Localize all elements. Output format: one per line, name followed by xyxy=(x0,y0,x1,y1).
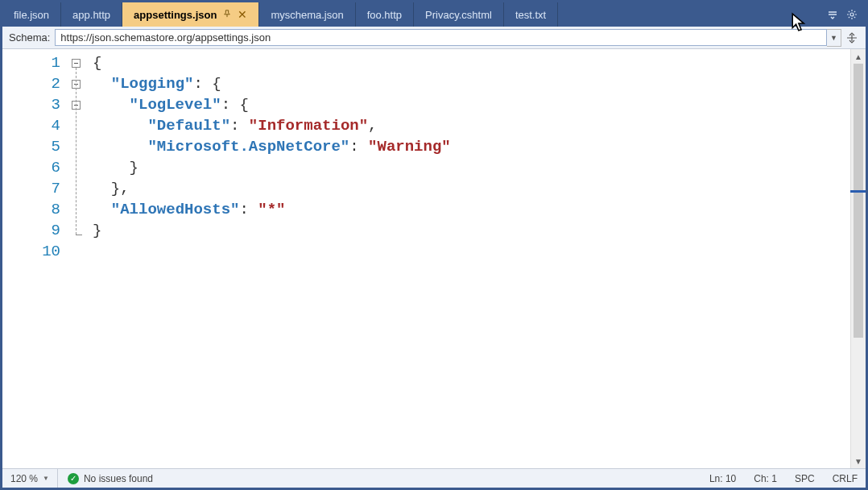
vertical-scrollbar[interactable]: ▲ ▼ xyxy=(850,49,866,468)
tab-test-txt[interactable]: test.txt xyxy=(504,2,558,27)
code-line: "LogLevel": { xyxy=(93,94,866,115)
fold-gutter xyxy=(67,49,93,468)
schema-label: Schema: xyxy=(9,31,50,44)
schema-bar: Schema: ▼ xyxy=(2,27,866,49)
tab-foo-http[interactable]: foo.http xyxy=(356,2,414,27)
code-line: { xyxy=(93,52,866,73)
line-number: 1 xyxy=(2,52,60,73)
tab-file-json[interactable]: file.json xyxy=(2,2,61,27)
fold-end-icon xyxy=(76,235,82,235)
cursor-line[interactable]: Ln: 10 xyxy=(709,473,736,484)
code-line: "Logging": { xyxy=(93,73,866,94)
schema-dropdown-icon[interactable]: ▼ xyxy=(827,29,841,47)
code-line: "Default": "Information", xyxy=(93,115,866,136)
code-line: }, xyxy=(93,178,866,199)
overflow-icon[interactable] xyxy=(827,9,838,20)
tab-label: file.json xyxy=(14,9,49,21)
line-number: 8 xyxy=(2,199,60,220)
chevron-down-icon: ▼ xyxy=(43,475,49,482)
code-line: } xyxy=(93,157,866,178)
code-line: "Microsoft.AspNetCore": "Warning" xyxy=(93,136,866,157)
fold-guide xyxy=(76,68,76,235)
scrollbar-thumb[interactable] xyxy=(854,64,863,338)
tab-myschema-json[interactable]: myschema.json xyxy=(259,2,355,27)
line-number: 2 xyxy=(2,73,60,94)
code-line: "AllowedHosts": "*" xyxy=(93,199,866,220)
tab-label: app.http xyxy=(72,9,110,21)
check-circle-icon: ✓ xyxy=(68,473,79,484)
tab-label: test.txt xyxy=(515,9,546,21)
tab-app-http[interactable]: app.http xyxy=(61,2,122,27)
line-number: 4 xyxy=(2,115,60,136)
line-number: 3 xyxy=(2,94,60,115)
close-icon[interactable]: ✕ xyxy=(238,8,247,21)
pin-icon[interactable] xyxy=(223,10,231,19)
issues-text: No issues found xyxy=(84,473,153,484)
cursor-col[interactable]: Ch: 1 xyxy=(754,473,777,484)
zoom-level[interactable]: 120 % ▼ xyxy=(10,469,58,488)
tab-appsettings-json[interactable]: appsettings.json ✕ xyxy=(122,2,259,27)
gear-icon[interactable] xyxy=(846,9,858,20)
line-number: 9 xyxy=(2,220,60,241)
code-line: } xyxy=(93,220,866,241)
eol-mode[interactable]: CRLF xyxy=(833,473,858,484)
schema-input[interactable] xyxy=(55,29,827,46)
code-area[interactable]: { "Logging": { "LogLevel": { "Default": … xyxy=(93,49,866,468)
issues-status[interactable]: ✓ No issues found xyxy=(58,473,153,484)
scroll-up-icon[interactable]: ▲ xyxy=(851,49,866,64)
tab-privacy-cshtml[interactable]: Privacy.cshtml xyxy=(414,2,504,27)
line-number: 10 xyxy=(2,241,60,262)
caret-marker xyxy=(850,190,866,193)
scroll-down-icon[interactable]: ▼ xyxy=(851,454,866,468)
code-line xyxy=(93,241,866,262)
zoom-value: 120 % xyxy=(10,473,38,484)
status-bar: 120 % ▼ ✓ No issues found Ln: 10 Ch: 1 S… xyxy=(2,468,866,488)
tab-label: foo.http xyxy=(367,9,402,21)
line-number: 5 xyxy=(2,136,60,157)
split-editor-icon[interactable] xyxy=(845,29,859,47)
svg-point-0 xyxy=(850,13,854,16)
line-number-gutter: 1 2 3 4 5 6 7 8 9 10 xyxy=(2,49,67,468)
tab-label: Privacy.cshtml xyxy=(425,9,492,21)
editor[interactable]: 1 2 3 4 5 6 7 8 9 10 { "Logging": { "Log… xyxy=(2,49,866,468)
indent-mode[interactable]: SPC xyxy=(795,473,815,484)
fold-toggle-icon[interactable] xyxy=(72,59,81,68)
tab-bar: file.json app.http appsettings.json ✕ my… xyxy=(2,2,866,27)
line-number: 7 xyxy=(2,178,60,199)
line-number: 6 xyxy=(2,157,60,178)
tab-label: myschema.json xyxy=(271,9,343,21)
tab-label: appsettings.json xyxy=(134,9,217,21)
